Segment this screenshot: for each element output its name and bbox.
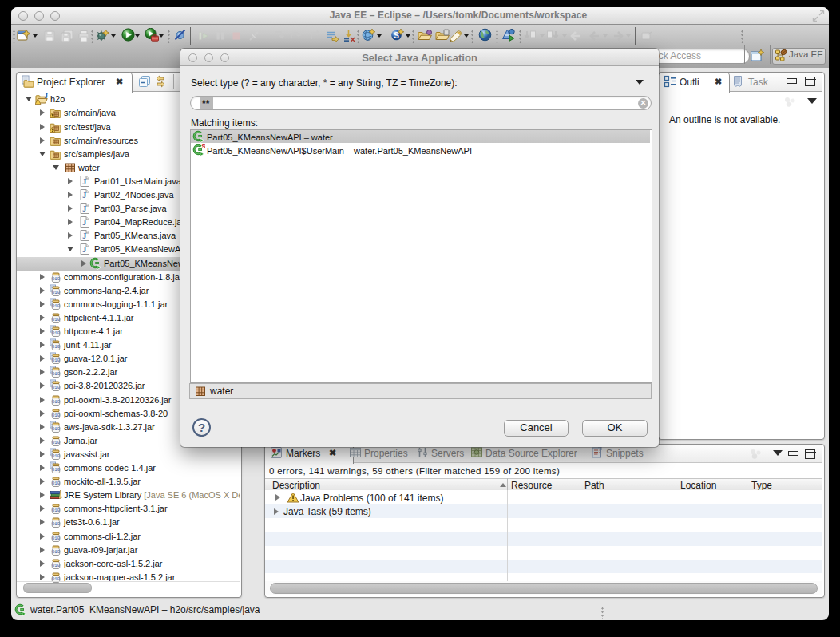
svg-text:010: 010 (52, 385, 60, 390)
svg-text:010: 010 (52, 289, 60, 295)
svg-text:010: 010 (52, 316, 60, 322)
svg-text:010: 010 (52, 548, 60, 554)
svg-text:010: 010 (52, 453, 60, 458)
svg-text:J: J (82, 191, 86, 200)
svg-text:J: J (45, 93, 49, 100)
svg-text:010: 010 (52, 371, 60, 377)
svg-text:J: J (82, 245, 86, 254)
svg-text:010: 010 (52, 344, 60, 350)
svg-text:010: 010 (52, 521, 60, 527)
svg-text:J: J (82, 218, 86, 227)
svg-text:010: 010 (52, 508, 60, 513)
svg-text:010: 010 (52, 358, 60, 363)
svg-text:S: S (202, 144, 205, 150)
svg-text:010: 010 (52, 535, 60, 540)
svg-text:010: 010 (52, 467, 60, 473)
svg-text:010: 010 (52, 330, 60, 336)
svg-text:J: J (82, 204, 86, 213)
svg-text:010: 010 (52, 562, 60, 568)
svg-text:010: 010 (52, 303, 60, 308)
svg-text:J: J (82, 177, 86, 186)
svg-text:010: 010 (52, 275, 60, 281)
svg-text:010: 010 (52, 398, 60, 404)
svg-text:010: 010 (52, 481, 60, 486)
svg-text:010: 010 (52, 412, 60, 417)
svg-text:010: 010 (52, 425, 60, 431)
svg-text:010: 010 (52, 439, 60, 445)
svg-text:J: J (82, 231, 86, 240)
